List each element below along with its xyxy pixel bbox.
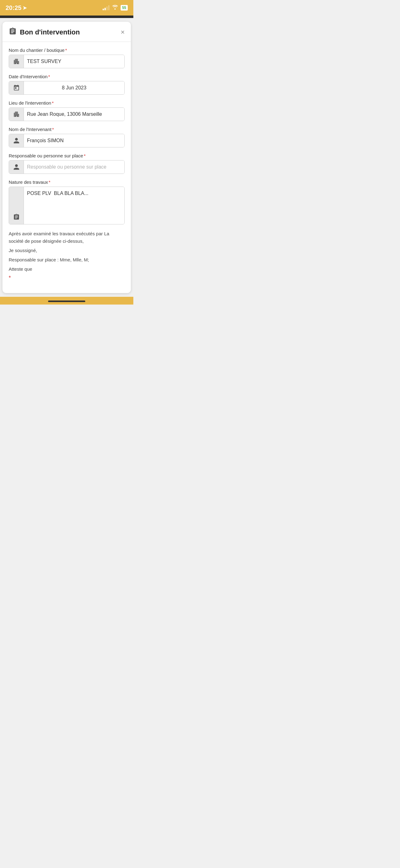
card-title-group: Bon d'intervention bbox=[9, 27, 80, 37]
nav-bar bbox=[0, 16, 133, 18]
chantier-input[interactable] bbox=[24, 55, 124, 68]
signal-icon bbox=[103, 5, 109, 10]
intervenant-input[interactable] bbox=[24, 134, 124, 147]
chantier-group: Nom du chantier / boutique* bbox=[9, 48, 125, 68]
intervenant-label: Nom de l'Intervenant* bbox=[9, 127, 125, 132]
lieu-label: Lieu de l'intervention* bbox=[9, 100, 125, 105]
description-line4: Atteste que bbox=[9, 266, 125, 273]
calendar-icon bbox=[9, 81, 24, 94]
responsable-required: * bbox=[84, 153, 86, 158]
responsable-input-wrapper bbox=[9, 160, 125, 174]
building-icon-chantier bbox=[9, 55, 24, 68]
person-icon-responsable bbox=[9, 160, 24, 174]
card-title: Bon d'intervention bbox=[20, 28, 80, 36]
intervenant-group: Nom de l'Intervenant* bbox=[9, 127, 125, 148]
intervenant-input-wrapper bbox=[9, 134, 125, 148]
close-button[interactable]: × bbox=[121, 29, 125, 36]
nature-textarea-wrapper: POSE PLV BLA BLA BLA... bbox=[9, 187, 125, 224]
nature-textarea[interactable]: POSE PLV BLA BLA BLA... bbox=[24, 187, 124, 224]
nature-label: Nature des travaux* bbox=[9, 180, 125, 185]
building-icon-lieu bbox=[9, 108, 24, 121]
responsable-label: Responsable ou personne sur place* bbox=[9, 153, 125, 158]
home-indicator-bar bbox=[0, 297, 133, 305]
responsable-group: Responsable ou personne sur place* bbox=[9, 153, 125, 174]
wifi-icon bbox=[112, 5, 118, 11]
nature-group: Nature des travaux* POSE PLV BLA BLA BLA… bbox=[9, 180, 125, 224]
date-group: Date d'Intervention* bbox=[9, 74, 125, 95]
lieu-input-wrapper bbox=[9, 107, 125, 121]
clipboard-icon bbox=[9, 27, 17, 37]
lieu-input[interactable] bbox=[24, 108, 124, 121]
chantier-label: Nom du chantier / boutique* bbox=[9, 48, 125, 53]
description-line3: Responsable sur place : Mme, Mlle, M; bbox=[9, 256, 125, 264]
date-input-wrapper bbox=[9, 81, 125, 95]
home-bar bbox=[48, 301, 85, 302]
lieu-required: * bbox=[52, 100, 54, 105]
person-icon-intervenant bbox=[9, 134, 24, 147]
chantier-input-wrapper bbox=[9, 55, 125, 68]
intervention-form-card: Bon d'intervention × Nom du chantier / b… bbox=[2, 22, 131, 293]
status-time: 20:25 ➤ bbox=[6, 4, 27, 11]
status-bar: 20:25 ➤ 55 bbox=[0, 0, 133, 16]
card-header: Bon d'intervention × bbox=[2, 22, 131, 42]
chantier-required: * bbox=[65, 48, 67, 53]
responsable-input[interactable] bbox=[24, 160, 124, 174]
clipboard-icon-nature bbox=[9, 187, 24, 224]
battery-indicator: 55 bbox=[121, 5, 128, 10]
required-note: * bbox=[9, 275, 125, 281]
intervenant-required: * bbox=[52, 127, 54, 132]
description-line2: Je soussigné, bbox=[9, 247, 125, 254]
nature-required: * bbox=[49, 180, 51, 185]
status-icons: 55 bbox=[103, 5, 128, 11]
description-line1: Après avoir examiné les travaux exécutés… bbox=[9, 230, 125, 245]
lieu-group: Lieu de l'intervention* bbox=[9, 100, 125, 121]
location-icon: ➤ bbox=[23, 5, 27, 11]
form-body: Nom du chantier / boutique* Date d'Inter… bbox=[2, 42, 131, 281]
date-required: * bbox=[48, 74, 50, 79]
date-input[interactable] bbox=[24, 81, 124, 94]
description-group: Après avoir examiné les travaux exécutés… bbox=[9, 230, 125, 281]
date-label: Date d'Intervention* bbox=[9, 74, 125, 79]
